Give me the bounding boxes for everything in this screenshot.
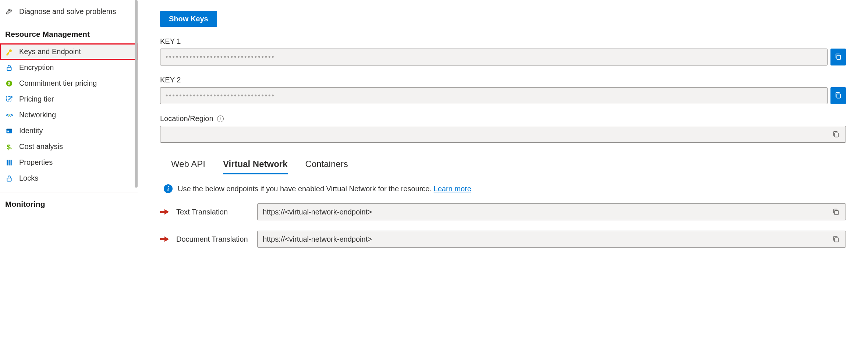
sidebar-item-label: Encryption <box>19 63 54 72</box>
copy-endpoint-button[interactable] <box>832 235 840 244</box>
svg-text:$: $ <box>8 81 10 86</box>
svg-rect-20 <box>835 210 838 214</box>
copy-icon <box>835 92 842 100</box>
sidebar-item-label: Networking <box>19 111 56 119</box>
copy-location-button[interactable] <box>832 130 840 139</box>
sidebar-item-label: Cost analysis <box>19 142 63 151</box>
sidebar-item-label: Pricing tier <box>19 95 54 103</box>
svg-rect-4 <box>7 96 11 101</box>
svg-rect-9 <box>7 128 12 129</box>
lock-icon <box>5 174 13 182</box>
sidebar-item-label: Identity <box>19 127 43 135</box>
endpoint-text-translation: Text Translation https://<virtual-networ… <box>160 203 846 220</box>
sidebar-section-resource: Resource Management <box>0 19 138 44</box>
arrow-marker-icon <box>160 236 169 242</box>
svg-rect-10 <box>7 131 9 132</box>
key-icon <box>5 48 13 56</box>
sidebar-item-cost-analysis[interactable]: $ Cost analysis <box>0 139 138 155</box>
arrow-marker-icon <box>160 209 169 215</box>
location-label: Location/Region i <box>160 114 846 123</box>
svg-text:>: > <box>10 113 13 118</box>
endpoint-document-input[interactable]: https://<virtual-network-endpoint> <box>257 231 846 248</box>
sidebar-item-networking[interactable]: < > Networking <box>0 107 138 123</box>
svg-rect-1 <box>7 67 11 70</box>
networking-icon: < > <box>5 111 13 119</box>
wrench-icon <box>5 8 13 16</box>
key1-label: KEY 1 <box>160 37 846 46</box>
svg-rect-17 <box>837 55 840 59</box>
svg-text:$: $ <box>7 143 11 150</box>
sidebar-item-properties[interactable]: Properties <box>0 155 138 170</box>
svg-point-6 <box>8 114 10 116</box>
endpoint-document-translation: Document Translation https://<virtual-ne… <box>160 231 846 248</box>
pricing-tier-icon <box>5 95 13 103</box>
key2-input[interactable] <box>160 87 828 104</box>
sidebar-item-label: Diagnose and solve problems <box>19 7 116 16</box>
properties-icon <box>5 159 13 167</box>
copy-key2-button[interactable] <box>830 87 846 104</box>
svg-rect-13 <box>7 160 8 165</box>
lock-icon <box>5 64 13 72</box>
endpoint-text-input[interactable]: https://<virtual-network-endpoint> <box>257 203 846 220</box>
sidebar-item-label: Commitment tier pricing <box>19 79 97 88</box>
svg-rect-18 <box>837 94 840 98</box>
show-keys-button[interactable]: Show Keys <box>160 11 217 27</box>
svg-text:<: < <box>6 113 9 118</box>
tab-containers[interactable]: Containers <box>305 159 348 174</box>
identity-icon <box>5 127 13 135</box>
sidebar-item-commitment-pricing[interactable]: $ Commitment tier pricing <box>0 75 138 91</box>
sidebar-item-keys-endpoint[interactable]: Keys and Endpoint <box>0 44 138 60</box>
info-text: Use the below endpoints if you have enab… <box>178 185 471 193</box>
endpoint-label: Document Translation <box>176 235 250 244</box>
tab-web-api[interactable]: Web API <box>171 159 205 174</box>
location-input[interactable] <box>160 126 846 143</box>
sidebar-section-monitoring: Monitoring <box>0 192 138 214</box>
copy-icon <box>835 53 842 61</box>
svg-rect-16 <box>7 178 11 181</box>
svg-point-12 <box>11 148 12 149</box>
sidebar-item-label: Properties <box>19 158 53 167</box>
info-icon: i <box>164 184 173 193</box>
sidebar-item-label: Locks <box>19 174 38 182</box>
info-banner: i Use the below endpoints if you have en… <box>160 184 846 193</box>
dollar-icon: $ <box>5 143 13 151</box>
sidebar-item-label: Keys and Endpoint <box>19 47 81 56</box>
svg-rect-21 <box>835 238 838 242</box>
key1-input[interactable] <box>160 49 828 65</box>
copy-endpoint-button[interactable] <box>832 207 840 216</box>
info-outline-icon[interactable]: i <box>217 116 224 122</box>
svg-rect-15 <box>11 160 12 165</box>
tab-virtual-network[interactable]: Virtual Network <box>223 159 288 174</box>
sidebar-item-identity[interactable]: Identity <box>0 123 138 139</box>
dollar-circle-icon: $ <box>5 79 13 88</box>
sidebar-item-pricing-tier[interactable]: Pricing tier <box>0 91 138 107</box>
learn-more-link[interactable]: Learn more <box>434 185 471 193</box>
sidebar-item-encryption[interactable]: Encryption <box>0 60 138 75</box>
main-content: Show Keys KEY 1 KEY 2 <box>138 0 868 259</box>
svg-rect-14 <box>8 160 10 165</box>
key2-label: KEY 2 <box>160 76 846 84</box>
svg-rect-19 <box>835 133 838 137</box>
sidebar-item-locks[interactable]: Locks <box>0 170 138 186</box>
sidebar-item-diagnose[interactable]: Diagnose and solve problems <box>0 4 138 19</box>
tabs: Web API Virtual Network Containers <box>160 159 846 175</box>
scrollbar[interactable] <box>135 0 138 259</box>
svg-point-0 <box>9 49 12 52</box>
endpoint-label: Text Translation <box>176 208 250 216</box>
sidebar-nav: Diagnose and solve problems Resource Man… <box>0 0 138 259</box>
copy-key1-button[interactable] <box>830 49 846 65</box>
